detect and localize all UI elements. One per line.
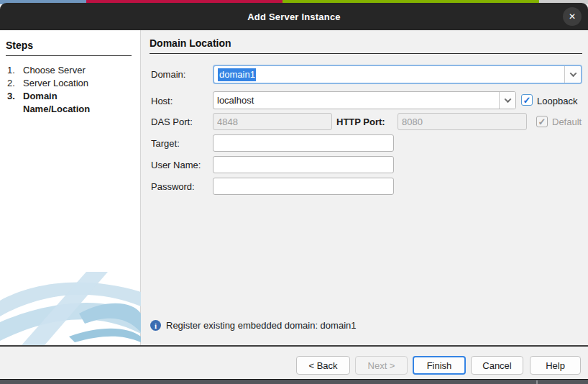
- target-label: Target:: [151, 138, 180, 149]
- domain-value-selected-text: domain1: [218, 68, 256, 81]
- steps-list: 1. Choose Server 2. Server Location 3. D…: [0, 64, 140, 116]
- watermark-swoosh-graphic: [0, 272, 141, 345]
- add-server-instance-dialog: Add Server Instance ✕ Steps 1. Choose Se…: [0, 0, 588, 384]
- cancel-button[interactable]: Cancel: [471, 356, 523, 375]
- user-name-label: User Name:: [151, 160, 201, 170]
- button-bar: < Back Next > Finish Cancel Help: [0, 347, 588, 379]
- password-label: Password:: [151, 181, 195, 192]
- das-port-label: DAS Port:: [151, 116, 193, 127]
- info-message-text: Register existing embedded domain: domai…: [166, 320, 357, 331]
- domain-chevron-down-icon[interactable]: [564, 66, 581, 83]
- finish-button[interactable]: Finish: [413, 356, 466, 375]
- domain-label: Domain:: [151, 69, 185, 80]
- loopback-checkbox[interactable]: ✓: [521, 94, 533, 106]
- step-item-server-location: 2. Server Location: [7, 77, 140, 90]
- dialog-body: Steps 1. Choose Server 2. Server Locatio…: [0, 30, 588, 345]
- domain-combobox[interactable]: domain1: [213, 65, 582, 84]
- host-value-text: localhost: [213, 92, 499, 109]
- host-chevron-down-icon[interactable]: [499, 92, 515, 109]
- password-field[interactable]: [213, 178, 394, 195]
- host-combobox[interactable]: localhost: [213, 91, 516, 109]
- info-message-row: i Register existing embedded domain: dom…: [150, 320, 357, 331]
- step-item-choose-server: 1. Choose Server: [7, 64, 140, 77]
- loopback-label[interactable]: Loopback: [537, 96, 577, 106]
- background-window-edge: [536, 380, 538, 384]
- default-checkbox: ✓: [536, 116, 548, 127]
- help-button[interactable]: Help: [530, 356, 581, 375]
- background-taskbar-strip: [0, 379, 588, 384]
- back-button[interactable]: < Back: [296, 356, 350, 375]
- steps-heading: Steps: [6, 40, 132, 56]
- panel-heading: Domain Location: [150, 37, 582, 54]
- next-button[interactable]: Next >: [355, 356, 408, 375]
- info-icon: i: [150, 320, 161, 331]
- http-port-field[interactable]: [398, 113, 527, 130]
- http-port-label: HTTP Port:: [336, 116, 385, 127]
- step-item-domain-name-location: 3. Domain Name/Location: [7, 90, 140, 116]
- dialog-title: Add Server Instance: [247, 12, 341, 22]
- steps-panel: Steps 1. Choose Server 2. Server Locatio…: [0, 30, 141, 345]
- das-port-field[interactable]: [213, 113, 332, 130]
- host-label: Host:: [151, 96, 173, 106]
- dialog-titlebar[interactable]: Add Server Instance ✕: [0, 3, 588, 30]
- target-field[interactable]: [213, 134, 394, 152]
- close-icon[interactable]: ✕: [563, 7, 582, 26]
- user-name-field[interactable]: [213, 156, 394, 173]
- default-label: Default: [552, 116, 582, 127]
- domain-location-panel: Domain Location Domain: domain1 Host: lo…: [142, 30, 588, 345]
